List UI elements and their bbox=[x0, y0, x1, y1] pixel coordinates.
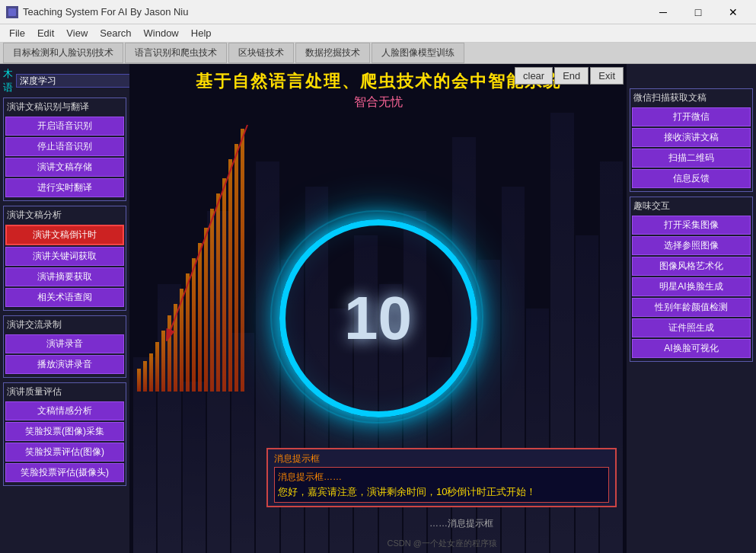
btn-keywords[interactable]: 演讲关键词获取 bbox=[5, 247, 124, 266]
msg-content-area: 消息提示框…… 您好，嘉宾请注意，演讲剩余时间，10秒倒计时正式开始！ bbox=[274, 467, 609, 503]
app-title: Teaching System For AI By Jason Niu bbox=[23, 6, 646, 18]
btn-smile-eval-cam[interactable]: 笑脸投票评估(摄像头) bbox=[5, 463, 124, 482]
svg-rect-5 bbox=[161, 331, 165, 392]
btn-id-photo[interactable]: 证件照生成 bbox=[632, 318, 751, 337]
close-button[interactable]: ✕ bbox=[716, 2, 750, 23]
btn-terminology[interactable]: 相关术语查阅 bbox=[5, 288, 124, 307]
section4-title: 演讲质量评估 bbox=[5, 385, 124, 399]
svg-rect-13 bbox=[210, 209, 214, 392]
wechat-section-title: 微信扫描获取文稿 bbox=[632, 91, 751, 105]
btn-smile-eval-img[interactable]: 笑脸投票评估(图像) bbox=[5, 443, 124, 462]
timer-container: 10 bbox=[279, 219, 477, 417]
btn-countdown[interactable]: 演讲文稿倒计时 bbox=[5, 225, 124, 245]
btn-feedback[interactable]: 信息反馈 bbox=[632, 169, 751, 188]
clear-button[interactable]: clear bbox=[515, 67, 553, 85]
svg-rect-14 bbox=[216, 193, 220, 392]
msg-box-label: 消息提示框 bbox=[274, 452, 609, 465]
btn-save-draft[interactable]: 演讲文稿存储 bbox=[5, 158, 124, 177]
btn-record[interactable]: 演讲录音 bbox=[5, 334, 124, 353]
fun-section-title: 趣味交互 bbox=[632, 199, 751, 213]
svg-rect-12 bbox=[204, 228, 208, 392]
svg-rect-9 bbox=[186, 273, 190, 392]
main-content: 木语 演讲文稿识别与翻译 开启语音识别 停止语音识别 演讲文稿存储 进行实时翻译… bbox=[0, 64, 756, 553]
search-label: 木语 bbox=[3, 67, 13, 94]
left-sidebar: 木语 演讲文稿识别与翻译 开启语音识别 停止语音识别 演讲文稿存储 进行实时翻译… bbox=[0, 64, 129, 553]
btn-open-wechat[interactable]: 打开微信 bbox=[632, 107, 751, 126]
section-quality: 演讲质量评估 文稿情感分析 笑脸投票(图像)采集 笑脸投票评估(图像) 笑脸投票… bbox=[3, 382, 126, 486]
section-wechat: 微信扫描获取文稿 打开微信 接收演讲文稿 扫描二维码 信息反馈 bbox=[630, 88, 753, 192]
section-recording: 演讲交流录制 演讲录音 播放演讲录音 bbox=[3, 315, 126, 378]
exit-button[interactable]: Exit bbox=[590, 67, 624, 85]
app-icon bbox=[6, 6, 18, 18]
timer-circle: 10 bbox=[279, 219, 477, 417]
timer-number: 10 bbox=[344, 283, 412, 353]
svg-rect-15 bbox=[222, 178, 226, 392]
section2-title: 演讲文稿分析 bbox=[5, 208, 124, 222]
btn-face-swap-visual[interactable]: AI换脸可视化 bbox=[632, 339, 751, 358]
right-sidebar: 微信扫描获取文稿 打开微信 接收演讲文稿 扫描二维码 信息反馈 趣味交互 打开采… bbox=[627, 64, 756, 553]
svg-rect-11 bbox=[198, 243, 202, 392]
btn-stop-recognition[interactable]: 停止语音识别 bbox=[5, 137, 124, 156]
svg-rect-2 bbox=[143, 361, 147, 392]
svg-rect-0 bbox=[8, 8, 16, 16]
btn-scan-qr[interactable]: 扫描二维码 bbox=[632, 149, 751, 168]
svg-rect-3 bbox=[149, 353, 153, 392]
menu-window[interactable]: Window bbox=[138, 26, 185, 40]
tab-3[interactable]: 数据挖掘技术 bbox=[295, 43, 370, 63]
section3-title: 演讲交流录制 bbox=[5, 318, 124, 332]
section1-title: 演讲文稿识别与翻译 bbox=[5, 100, 124, 114]
svg-rect-18 bbox=[241, 129, 244, 392]
svg-rect-16 bbox=[228, 159, 232, 392]
end-button[interactable]: End bbox=[554, 67, 589, 85]
center-area: clear End Exit 基于自然语言处理、爬虫技术的会中智能系统 智合无忧 bbox=[129, 64, 627, 553]
window-controls: ─ □ ✕ bbox=[646, 2, 750, 23]
btn-celebrity-swap[interactable]: 明星AI换脸生成 bbox=[632, 277, 751, 296]
section-analysis: 演讲文稿分析 演讲文稿倒计时 演讲关键词获取 演讲摘要获取 相关术语查阅 bbox=[3, 206, 126, 311]
tab-0[interactable]: 目标检测和人脸识别技术 bbox=[3, 43, 123, 63]
msg-sublabel: 消息提示框…… bbox=[278, 471, 605, 484]
svg-rect-6 bbox=[167, 315, 171, 392]
menu-search[interactable]: Search bbox=[94, 26, 137, 40]
btn-open-camera[interactable]: 打开采集图像 bbox=[632, 216, 751, 235]
maximize-button[interactable]: □ bbox=[681, 2, 715, 23]
bottom-right-msg: ……消息提示框 bbox=[429, 517, 493, 530]
tabbar: 目标检测和人脸识别技术 语言识别和爬虫技术 区块链技术 数据挖掘技术 人脸图像模… bbox=[0, 43, 756, 64]
btn-play-record[interactable]: 播放演讲录音 bbox=[5, 355, 124, 374]
search-input[interactable] bbox=[16, 74, 129, 88]
btn-style-transfer[interactable]: 图像风格艺术化 bbox=[632, 257, 751, 276]
btn-start-recognition[interactable]: 开启语音识别 bbox=[5, 117, 124, 136]
btn-select-ref-img[interactable]: 选择参照图像 bbox=[632, 236, 751, 255]
search-row: 木语 bbox=[3, 67, 126, 94]
btn-smile-collect[interactable]: 笑脸投票(图像)采集 bbox=[5, 422, 124, 441]
btn-sentiment[interactable]: 文稿情感分析 bbox=[5, 401, 124, 420]
menu-view[interactable]: View bbox=[60, 26, 94, 40]
btn-realtime-translate[interactable]: 进行实时翻译 bbox=[5, 178, 124, 197]
subtitle: 智合无忧 bbox=[129, 94, 627, 110]
tab-1[interactable]: 语言识别和爬虫技术 bbox=[125, 43, 227, 63]
menubar: File Edit View Search Window Help bbox=[0, 24, 756, 43]
minimize-button[interactable]: ─ bbox=[646, 2, 680, 23]
menu-help[interactable]: Help bbox=[185, 26, 218, 40]
menu-edit[interactable]: Edit bbox=[31, 26, 60, 40]
tab-4[interactable]: 人脸图像模型训练 bbox=[372, 43, 464, 63]
section-fun: 趣味交互 打开采集图像 选择参照图像 图像风格艺术化 明星AI换脸生成 性别年龄… bbox=[630, 197, 753, 362]
svg-rect-17 bbox=[234, 144, 238, 392]
svg-rect-10 bbox=[192, 258, 196, 392]
tab-2[interactable]: 区块链技术 bbox=[228, 43, 294, 63]
message-box: 消息提示框 消息提示框…… 您好，嘉宾请注意，演讲剩余时间，10秒倒计时正式开始… bbox=[266, 448, 617, 507]
svg-rect-1 bbox=[137, 369, 141, 392]
menu-file[interactable]: File bbox=[3, 26, 31, 40]
titlebar: Teaching System For AI By Jason Niu ─ □ … bbox=[0, 0, 756, 24]
btn-receive-draft[interactable]: 接收演讲文稿 bbox=[632, 128, 751, 147]
action-buttons: clear End Exit bbox=[512, 64, 627, 88]
watermark: CSDN @一个处女座的程序猿 bbox=[388, 538, 497, 549]
btn-summary[interactable]: 演讲摘要获取 bbox=[5, 267, 124, 286]
chart-bars bbox=[129, 110, 282, 399]
section-recognition: 演讲文稿识别与翻译 开启语音识别 停止语音识别 演讲文稿存储 进行实时翻译 bbox=[3, 97, 126, 201]
btn-age-gender[interactable]: 性别年龄颜值检测 bbox=[632, 298, 751, 317]
svg-rect-4 bbox=[155, 342, 159, 392]
msg-text: 您好，嘉宾请注意，演讲剩余时间，10秒倒计时正式开始！ bbox=[278, 485, 605, 499]
